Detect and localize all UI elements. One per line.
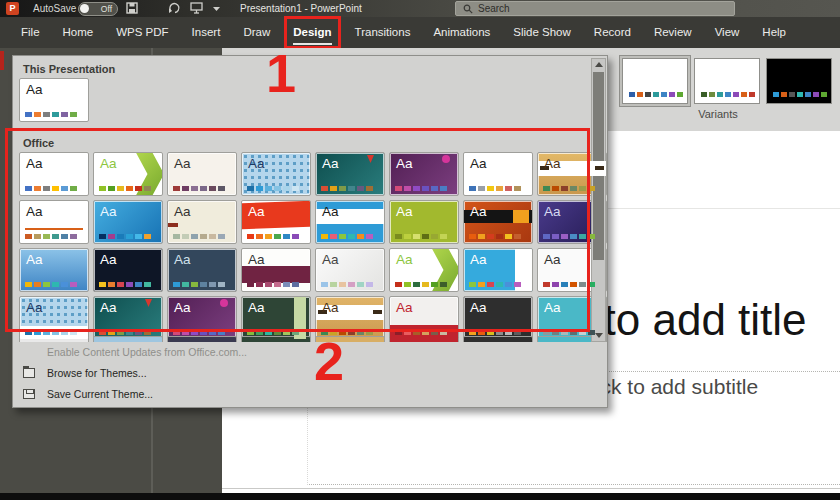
this-presentation-themes: Aa [19,78,89,122]
dropdown-item-enable-content-updates-from-office-com: Enable Content Updates from Office.com..… [13,342,591,363]
dropdown-scrollbar[interactable] [591,58,606,342]
slide-edge-line [222,488,840,489]
section-this-presentation: This Presentation [23,63,115,75]
menu-tab-view[interactable]: View [707,17,748,48]
annotation-step-1: 1 [266,46,296,100]
theme-color-swatches [25,112,77,117]
search-placeholder: Search [478,2,510,15]
menu-tab-animations[interactable]: Animations [425,17,498,48]
document-title: Presentation1 - PowerPoint [240,0,362,17]
dropdown-item-browse-for-themes[interactable]: Browse for Themes... [13,363,591,384]
menu-tab-insert[interactable]: Insert [184,17,229,48]
search-input[interactable]: Search [455,1,735,16]
scroll-up-icon[interactable] [592,59,605,71]
annotation-edge-mark [0,51,4,70]
autosave-state: Off [101,3,112,15]
quick-access-chevron-down-icon[interactable] [212,6,221,12]
powerpoint-logo-icon[interactable]: P [6,2,19,15]
theme-aa-label: Aa [26,82,43,97]
menu-tab-file[interactable]: File [13,17,48,48]
variant-thumbnail[interactable] [766,58,832,104]
presenter-screen-icon[interactable] [190,2,203,14]
variant-thumbnail[interactable] [622,58,688,104]
variant-color-swatches [629,92,683,97]
search-icon [463,4,474,15]
menu-tab-help[interactable]: Help [754,17,794,48]
annotation-step-2: 2 [314,334,344,388]
toggle-knob-icon [80,4,89,13]
powerpoint-window: P AutoSave Off Presentation1 - PowerPoin… [0,0,840,500]
menu-tab-slide-show[interactable]: Slide Show [505,17,579,48]
menu-tab-transitions[interactable]: Transitions [347,17,419,48]
dropdown-item-save-current-theme[interactable]: Save Current Theme... [13,384,591,405]
variant-thumbnail[interactable] [694,58,760,104]
theme-thumbnail[interactable]: Aa [19,78,89,122]
variants-label: Variants [608,108,828,120]
menu-tab-review[interactable]: Review [646,17,700,48]
autosave-toggle[interactable]: Off [78,2,118,16]
variants-group: Variants [608,48,840,131]
dropdown-footer: Enable Content Updates from Office.com..… [13,342,591,405]
menu-tab-home[interactable]: Home [55,17,102,48]
browse-icon [23,368,35,378]
save-icon[interactable] [126,2,138,14]
save-icon [23,389,35,399]
title-bar: P AutoSave Off Presentation1 - PowerPoin… [0,0,840,17]
menu-tab-wps-pdf[interactable]: WPS PDF [108,17,176,48]
autosave-label: AutoSave [33,0,76,17]
status-bar [0,493,840,500]
undo-icon[interactable] [168,2,181,14]
annotation-rectangle-office-themes [5,128,590,332]
variant-color-swatches [773,92,827,97]
menu-tab-record[interactable]: Record [586,17,639,48]
variant-color-swatches [701,92,755,97]
menu-bar: FileHomeWPS PDFInsertDrawDesignTransitio… [0,17,840,48]
